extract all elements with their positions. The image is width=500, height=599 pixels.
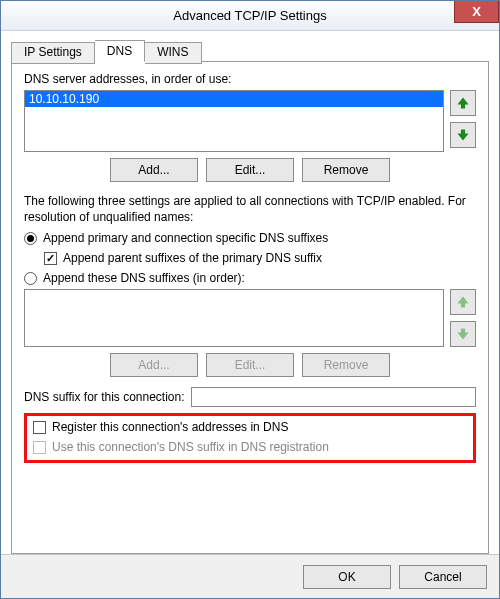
- arrow-up-icon: [456, 295, 470, 309]
- close-button[interactable]: X: [454, 1, 499, 23]
- explain-text: The following three settings are applied…: [24, 194, 476, 225]
- connection-suffix-row: DNS suffix for this connection:: [24, 387, 476, 407]
- highlight-box: Register this connection's addresses in …: [24, 413, 476, 463]
- dialog-window: Advanced TCP/IP Settings X IP Settings D…: [0, 0, 500, 599]
- dns-servers-label: DNS server addresses, in order of use:: [24, 72, 476, 86]
- dialog-footer: OK Cancel: [1, 554, 499, 598]
- connection-suffix-label: DNS suffix for this connection:: [24, 390, 185, 404]
- dialog-body: IP Settings DNS WINS DNS server addresse…: [1, 31, 499, 554]
- tab-label: WINS: [157, 45, 188, 59]
- tab-strip: IP Settings DNS WINS: [11, 40, 489, 62]
- dns-suffixes-listbox[interactable]: [24, 289, 444, 347]
- window-title: Advanced TCP/IP Settings: [1, 8, 499, 23]
- check-register-row[interactable]: Register this connection's addresses in …: [33, 420, 467, 434]
- edit-suffix-button[interactable]: Edit...: [206, 353, 294, 377]
- edit-server-button[interactable]: Edit...: [206, 158, 294, 182]
- arrow-up-icon: [456, 96, 470, 110]
- dns-servers-row: 10.10.10.190: [24, 90, 476, 152]
- suffix-move-up-button[interactable]: [450, 289, 476, 315]
- radio-append-primary[interactable]: [24, 232, 37, 245]
- dns-servers-listbox[interactable]: 10.10.10.190: [24, 90, 444, 152]
- ok-button[interactable]: OK: [303, 565, 391, 589]
- check-register-dns[interactable]: [33, 421, 46, 434]
- check-label: Register this connection's addresses in …: [52, 420, 288, 434]
- tab-wins[interactable]: WINS: [145, 42, 201, 64]
- check-use-suffix-dns[interactable]: [33, 441, 46, 454]
- check-label: Append parent suffixes of the primary DN…: [63, 251, 322, 265]
- check-use-suffix-row[interactable]: Use this connection's DNS suffix in DNS …: [33, 440, 467, 454]
- reorder-buttons: [450, 90, 476, 148]
- tab-label: IP Settings: [24, 45, 82, 59]
- radio-append-these-row[interactable]: Append these DNS suffixes (in order):: [24, 271, 476, 285]
- check-label: Use this connection's DNS suffix in DNS …: [52, 440, 329, 454]
- arrow-down-icon: [456, 327, 470, 341]
- move-up-button[interactable]: [450, 90, 476, 116]
- close-icon: X: [472, 4, 481, 19]
- connection-suffix-input[interactable]: [191, 387, 476, 407]
- tab-ip-settings[interactable]: IP Settings: [11, 42, 95, 64]
- tab-dns[interactable]: DNS: [95, 40, 145, 62]
- dns-suffix-buttons: Add... Edit... Remove: [24, 353, 476, 377]
- cancel-button[interactable]: Cancel: [399, 565, 487, 589]
- suffix-move-down-button[interactable]: [450, 321, 476, 347]
- add-suffix-button[interactable]: Add...: [110, 353, 198, 377]
- add-server-button[interactable]: Add...: [110, 158, 198, 182]
- suffix-reorder-buttons: [450, 289, 476, 347]
- check-parent-suffixes[interactable]: [44, 252, 57, 265]
- remove-server-button[interactable]: Remove: [302, 158, 390, 182]
- radio-append-primary-row[interactable]: Append primary and connection specific D…: [24, 231, 476, 245]
- radio-append-these[interactable]: [24, 272, 37, 285]
- check-parent-suffixes-row[interactable]: Append parent suffixes of the primary DN…: [44, 251, 476, 265]
- dns-suffixes-row: [24, 289, 476, 347]
- list-item[interactable]: 10.10.10.190: [25, 91, 443, 107]
- tab-panel-dns: DNS server addresses, in order of use: 1…: [11, 61, 489, 554]
- radio-label: Append primary and connection specific D…: [43, 231, 328, 245]
- arrow-down-icon: [456, 128, 470, 142]
- move-down-button[interactable]: [450, 122, 476, 148]
- titlebar: Advanced TCP/IP Settings X: [1, 1, 499, 31]
- dns-server-buttons: Add... Edit... Remove: [24, 158, 476, 182]
- remove-suffix-button[interactable]: Remove: [302, 353, 390, 377]
- tab-label: DNS: [107, 44, 132, 58]
- radio-label: Append these DNS suffixes (in order):: [43, 271, 245, 285]
